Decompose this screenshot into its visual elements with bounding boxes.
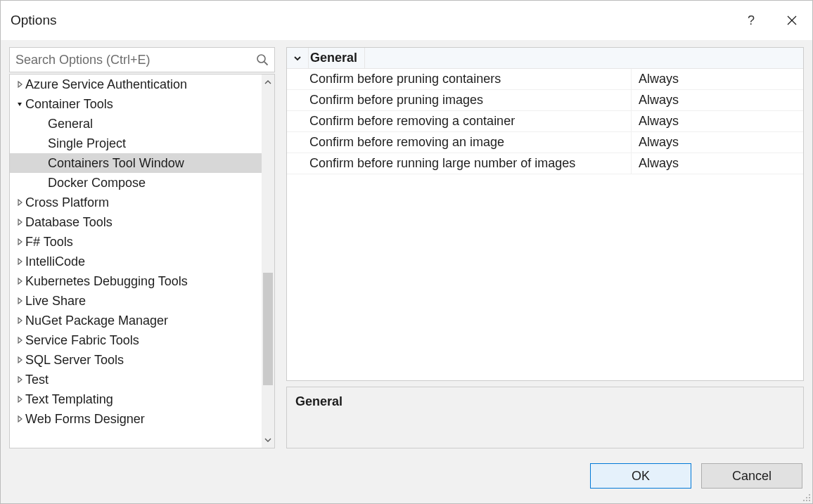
property-row[interactable]: Confirm before pruning imagesAlways [287,90,803,111]
svg-point-5 [806,497,807,498]
tree-item[interactable]: NuGet Package Manager [10,311,262,330]
caret-right-icon[interactable] [14,81,25,88]
property-value[interactable]: Always [632,90,803,110]
help-icon: ? [748,13,755,28]
window-title: Options [11,13,731,28]
property-value[interactable]: Always [632,132,803,153]
search-icon[interactable] [250,53,274,66]
caret-right-icon[interactable] [14,376,25,383]
property-group-label: General [308,48,365,68]
property-grid[interactable]: General Confirm before pruning container… [286,47,804,381]
tree-item-label: SQL Server Tools [25,353,124,368]
caret-right-icon[interactable] [14,238,25,245]
ok-button[interactable]: OK [590,463,691,489]
property-name: Confirm before running large number of i… [287,153,632,174]
tree-item[interactable]: Single Project [10,134,262,153]
options-tree[interactable]: Azure Service AuthenticationContainer To… [10,75,262,448]
caret-right-icon[interactable] [14,199,25,206]
caret-right-icon[interactable] [14,297,25,304]
tree-item[interactable]: Web Forms Designer [10,409,262,429]
scroll-up-icon[interactable] [262,76,274,89]
caret-right-icon[interactable] [14,317,25,324]
collapse-icon[interactable] [287,54,308,63]
property-row[interactable]: Confirm before pruning containersAlways [287,69,803,90]
property-value[interactable]: Always [632,111,803,131]
tree-item-label: Cross Platform [25,195,109,210]
tree-item-label: IntelliCode [25,254,85,269]
svg-point-9 [809,500,810,501]
footer: OK Cancel [1,448,812,503]
tree-item[interactable]: Azure Service Authentication [10,75,262,94]
cancel-button[interactable]: Cancel [701,463,802,489]
tree-item[interactable]: Live Share [10,291,262,311]
property-name: Confirm before removing an image [287,132,632,153]
tree-item-label: Web Forms Designer [25,412,145,427]
resize-grip-icon[interactable] [801,492,811,502]
left-panel: Azure Service AuthenticationContainer To… [9,47,275,448]
titlebar: Options ? [1,1,812,40]
tree-item-label: Azure Service Authentication [25,77,187,92]
search-box[interactable] [9,47,275,72]
tree-item-label: General [48,117,93,131]
tree-item[interactable]: Cross Platform [10,193,262,212]
property-row[interactable]: Confirm before running large number of i… [287,153,803,174]
caret-right-icon[interactable] [14,337,25,344]
tree-item[interactable]: F# Tools [10,232,262,252]
close-button[interactable] [772,1,812,40]
svg-point-7 [803,500,805,501]
tree-item[interactable]: Docker Compose [10,173,262,193]
help-button[interactable]: ? [731,1,772,40]
tree-scrollbar[interactable] [262,75,274,448]
svg-point-6 [809,497,810,498]
tree-item-label: Kubernetes Debugging Tools [25,274,188,289]
tree-item[interactable]: Service Fabric Tools [10,330,262,350]
tree-item[interactable]: Text Templating [10,389,262,409]
property-value[interactable]: Always [632,153,803,174]
property-row[interactable]: Confirm before removing a containerAlway… [287,111,803,132]
caret-right-icon[interactable] [14,258,25,265]
svg-point-8 [806,500,807,501]
tree-item-label: Live Share [25,294,86,309]
tree-item-label: Database Tools [25,215,113,230]
scroll-down-icon[interactable] [262,434,274,446]
right-panel: General Confirm before pruning container… [286,47,804,448]
property-group-header[interactable]: General [287,48,803,69]
caret-right-icon[interactable] [14,219,25,226]
options-dialog: Options ? Azure Serv [0,0,813,504]
cancel-button-label: Cancel [732,469,772,484]
tree-item-label: NuGet Package Manager [25,314,168,328]
close-icon [787,15,797,25]
tree-item-label: Text Templating [25,392,113,407]
svg-point-4 [809,494,810,496]
tree-item[interactable]: Container Tools [10,94,262,114]
tree-item[interactable]: Database Tools [10,212,262,232]
tree-item-label: Test [25,373,49,387]
caret-right-icon[interactable] [14,415,25,422]
tree-item-label: Service Fabric Tools [25,333,139,348]
tree-item[interactable]: IntelliCode [10,252,262,271]
svg-point-2 [257,55,265,63]
caret-down-icon[interactable] [14,101,25,108]
ok-button-label: OK [632,469,650,484]
property-name: Confirm before removing a container [287,111,632,131]
description-title: General [295,394,343,408]
caret-right-icon[interactable] [14,278,25,285]
scroll-thumb[interactable] [263,273,273,385]
property-value[interactable]: Always [632,69,803,89]
caret-right-icon[interactable] [14,396,25,403]
content-area: Azure Service AuthenticationContainer To… [1,40,812,448]
property-row[interactable]: Confirm before removing an imageAlways [287,132,803,153]
tree-item[interactable]: General [10,114,262,134]
property-name: Confirm before pruning images [287,90,632,110]
caret-right-icon[interactable] [14,356,25,363]
tree-item-label: Container Tools [25,97,113,112]
svg-line-3 [264,62,268,65]
options-tree-container: Azure Service AuthenticationContainer To… [9,74,275,448]
search-input[interactable] [10,50,250,70]
tree-item[interactable]: Containers Tool Window [10,153,262,173]
tree-item[interactable]: SQL Server Tools [10,350,262,370]
tree-item-label: Single Project [48,136,126,151]
tree-item[interactable]: Kubernetes Debugging Tools [10,271,262,291]
tree-item-label: Docker Compose [48,176,146,190]
tree-item[interactable]: Test [10,370,262,389]
